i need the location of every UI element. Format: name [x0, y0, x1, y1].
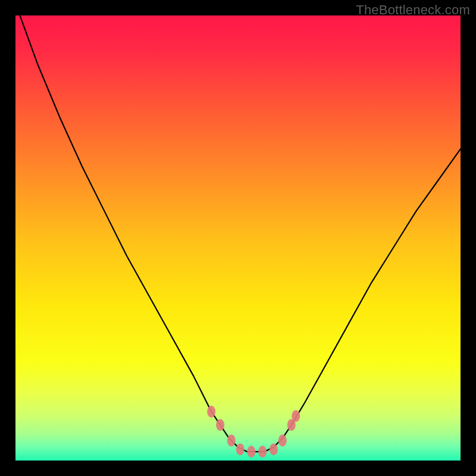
- gradient-background: [15, 15, 461, 461]
- curve-marker: [216, 419, 224, 431]
- curve-marker: [236, 443, 245, 455]
- curve-marker: [227, 434, 236, 446]
- curve-marker: [247, 446, 255, 458]
- plot-area: [15, 15, 461, 461]
- curve-marker: [270, 443, 278, 455]
- curve-marker: [258, 446, 267, 458]
- curve-marker: [292, 410, 300, 422]
- curve-marker: [207, 406, 215, 418]
- curve-marker: [278, 434, 287, 446]
- outer-frame: TheBottleneck.com: [0, 0, 476, 476]
- bottleneck-chart: [15, 15, 461, 461]
